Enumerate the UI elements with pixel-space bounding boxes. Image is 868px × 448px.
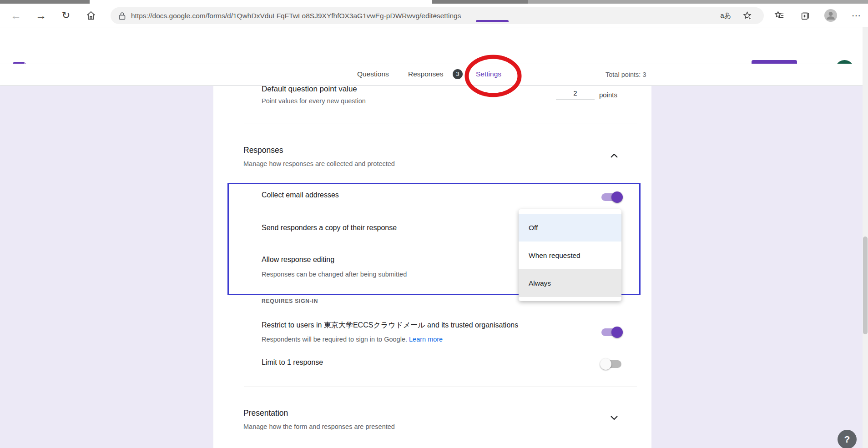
section-divider	[244, 387, 637, 387]
tab-responses[interactable]: Responses	[408, 70, 444, 78]
learn-more-link[interactable]: Learn more	[409, 336, 443, 343]
points-unit-label: points	[599, 91, 617, 99]
presentation-section-title: Presentation	[243, 408, 288, 418]
browser-settings-icon[interactable]: ⋯	[847, 4, 865, 27]
allow-editing-subtitle: Responses can be changed after being sub…	[262, 271, 407, 278]
send-copy-label: Send responders a copy of their response	[262, 224, 397, 232]
restrict-domain-label: Restrict to users in 東京大学ECCSクラウドメール and…	[262, 321, 598, 330]
browser-profile-icon[interactable]	[822, 4, 840, 27]
dropdown-option-always[interactable]: Always	[519, 269, 621, 297]
back-icon[interactable]: ←	[7, 4, 25, 27]
browser-toolbar: ← → ↻ https://docs.google.com/forms/d/1Q…	[0, 4, 868, 27]
restrict-domain-toggle[interactable]	[601, 328, 621, 336]
requires-signin-heading: REQUIRES SIGN-IN	[262, 298, 318, 304]
dropdown-option-when-requested[interactable]: When requested	[519, 242, 621, 269]
limit-one-response-label: Limit to 1 response	[262, 358, 323, 367]
presentation-section-subtitle: Manage how the form and responses are pr…	[243, 423, 395, 430]
favorites-bar-icon[interactable]	[770, 4, 788, 27]
translate-icon[interactable]: aあ	[720, 11, 731, 20]
forward-icon[interactable]: →	[32, 4, 50, 27]
restrict-domain-subtitle: Respondents will be required to sign in …	[262, 336, 443, 343]
lock-icon	[119, 12, 126, 20]
responses-section-subtitle: Manage how responses are collected and p…	[243, 160, 395, 167]
forms-header: Blank Quiz ☆ All changes saved in Drive …	[0, 27, 868, 64]
add-favorite-icon[interactable]	[742, 11, 752, 20]
collect-email-toggle[interactable]	[601, 193, 621, 201]
browser-tab-strip	[0, 0, 868, 4]
scrollbar-thumb[interactable]	[863, 237, 868, 334]
tab-questions[interactable]: Questions	[357, 70, 389, 78]
scrollbar[interactable]	[863, 27, 868, 448]
collections-icon[interactable]	[796, 4, 814, 27]
expand-presentation-chevron-down-icon[interactable]	[605, 408, 623, 427]
collect-email-dropdown-menu: Off When requested Always	[519, 209, 621, 301]
default-points-title: Default question point value	[262, 85, 357, 94]
tab-settings[interactable]: Settings	[476, 70, 501, 78]
browser-active-tab[interactable]	[90, 0, 432, 4]
google-forms-settings-screen: ← → ↻ https://docs.google.com/forms/d/1Q…	[0, 0, 868, 448]
default-points-input[interactable]	[556, 89, 595, 100]
responses-count-badge[interactable]: 3	[453, 69, 463, 79]
home-icon[interactable]	[82, 4, 100, 27]
default-points-subtitle: Point values for every new question	[262, 97, 366, 105]
collect-email-label: Collect email addresses	[262, 191, 339, 199]
help-button[interactable]: ?	[838, 430, 857, 448]
settings-tab-underline	[476, 20, 509, 22]
total-points: Total points: 3	[606, 71, 646, 78]
responses-section-title: Responses	[243, 146, 283, 155]
allow-editing-label: Allow response editing	[262, 256, 334, 264]
collapse-responses-chevron-up-icon[interactable]	[605, 146, 623, 165]
url-bar[interactable]: https://docs.google.com/forms/d/1QwhDxVd…	[111, 7, 764, 24]
limit-one-response-toggle[interactable]	[601, 360, 621, 368]
url-text[interactable]: https://docs.google.com/forms/d/1QwhDxVd…	[131, 12, 461, 20]
dropdown-option-off[interactable]: Off	[519, 214, 621, 242]
section-divider	[244, 124, 637, 124]
refresh-icon[interactable]: ↻	[57, 4, 75, 27]
